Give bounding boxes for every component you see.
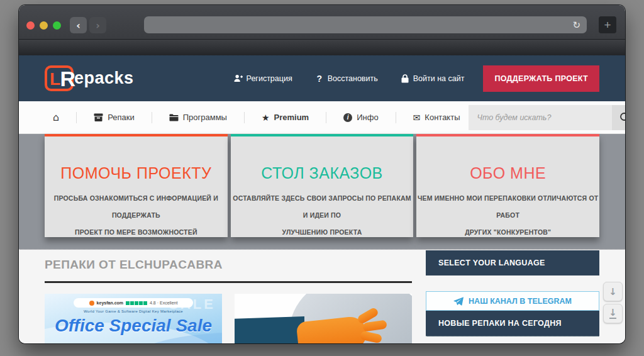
language-selector-header[interactable]: SELECT YOUR LANGUAGE <box>426 250 599 275</box>
hero-card-description: ЧЕМ ИМЕННО МОИ ПЕРЕПАКОВКИ ОТЛИЧАЮТСЯ ОТ… <box>416 190 599 241</box>
home-icon: ⌂ <box>53 111 59 123</box>
search-icon <box>619 112 626 123</box>
browser-titlebar: ‹ › ↻ + <box>19 5 625 39</box>
repack-thumbnails: SALE keysfan.com 4.8 · Excellent World Y… <box>45 294 412 343</box>
hero-card-title: ПОМОЧЬ ПРОЕКТУ <box>45 164 228 182</box>
hero-card-line1: ЧЕМ ИМЕННО МОИ ПЕРЕПАКОВКИ ОТЛИЧАЮТСЯ ОТ… <box>418 194 599 219</box>
title-underline <box>45 281 412 283</box>
forward-icon: › <box>96 19 100 31</box>
main-nav: ⌂ Репаки Программы ★ Premium <box>19 101 625 134</box>
question-icon: ? <box>315 74 324 84</box>
nav-separator <box>396 112 396 123</box>
window-controls <box>26 17 61 33</box>
nav-programs-label: Программы <box>183 113 227 122</box>
rating-value: 4.8 · Excellent <box>150 301 177 305</box>
keysfan-title: Office Special Sale <box>45 316 222 336</box>
search-box <box>469 105 626 130</box>
keysfan-brand: keysfan.com <box>97 301 123 305</box>
logo-mark-icon: L R <box>45 65 74 91</box>
lock-icon <box>401 74 409 83</box>
hero-card-description: ПРОСЬБА ОЗНАКОМИТЬСЯ С ИНФОРМАЦИЕЙ И ПОД… <box>45 190 228 241</box>
nav-repacks[interactable]: Репаки <box>86 113 143 122</box>
telegram-link-label: НАШ КАНАЛ В TELEGRAM <box>469 297 572 306</box>
new-tab-button[interactable]: + <box>599 16 616 33</box>
main-nav-items: ⌂ Репаки Программы ★ Premium <box>45 111 469 123</box>
login-link[interactable]: Войти на сайт <box>401 74 465 83</box>
nav-contacts[interactable]: ✉ Контакты <box>405 113 469 123</box>
hero-card-title: ОБО МНЕ <box>416 164 599 182</box>
logo-letter-l: L <box>50 70 60 88</box>
nav-separator <box>152 112 152 123</box>
nav-premium[interactable]: ★ Premium <box>253 113 317 123</box>
hero-card-help-project[interactable]: ПОМОЧЬ ПРОЕКТУ ПРОСЬБА ОЗНАКОМИТЬСЯ С ИН… <box>45 134 228 237</box>
browser-window: ‹ › ↻ + L R epacks Регистрация <box>19 5 625 343</box>
minimize-window-button[interactable] <box>40 21 48 30</box>
register-link[interactable]: Регистрация <box>234 74 292 83</box>
page-content: РЕПАКИ ОТ ELCHUPACABRA SALE keysfan.com … <box>19 250 625 343</box>
info-icon: i <box>343 113 352 122</box>
nav-separator <box>326 112 326 123</box>
hero-card-description: ОСТАВЛЯЙТЕ ЗДЕСЬ СВОИ ЗАПРОСЫ ПО РЕПАКАМ… <box>231 190 414 241</box>
archive-icon <box>94 113 103 121</box>
browser-forward-button[interactable]: › <box>89 17 106 33</box>
nav-contacts-label: Контакты <box>425 113 460 122</box>
hero-card-about-me[interactable]: ОБО МНЕ ЧЕМ ИМЕННО МОИ ПЕРЕПАКОВКИ ОТЛИЧ… <box>416 134 599 237</box>
sidebar: SELECT YOUR LANGUAGE НАШ КАНАЛ В TELEGRA… <box>426 250 599 343</box>
thumbnail-keysfan-banner[interactable]: SALE keysfan.com 4.8 · Excellent World Y… <box>45 294 222 343</box>
nav-info[interactable]: i Инфо <box>335 113 386 122</box>
rating-stars-icon <box>126 301 147 305</box>
envelope-icon: ✉ <box>413 113 421 123</box>
telegram-channel-link[interactable]: НАШ КАНАЛ В TELEGRAM <box>426 291 599 311</box>
plus-icon: + <box>604 18 611 32</box>
nav-premium-label: Premium <box>274 113 309 122</box>
zoom-window-button[interactable] <box>53 21 61 30</box>
logo-letter-r: R <box>60 69 75 89</box>
hero-card-line2: ПРОЕКТ ПО МЕРЕ ВОЗМОЖНОСТЕЙ <box>75 228 197 236</box>
support-project-button[interactable]: ПОДДЕРЖАТЬ ПРОЕКТ <box>483 65 599 92</box>
register-label: Регистрация <box>247 74 292 83</box>
new-repacks-header: НОВЫЕ РЕПАКИ НА СЕГОДНЯ <box>426 311 599 337</box>
restore-label: Восстановить <box>328 74 378 83</box>
keysfan-rating-pill: keysfan.com 4.8 · Excellent <box>74 298 193 308</box>
site-header: L R epacks Регистрация ? Восстановить Во… <box>19 55 625 101</box>
keysfan-logo-icon <box>89 301 94 306</box>
main-column: РЕПАКИ ОТ ELCHUPACABRA SALE keysfan.com … <box>45 250 412 343</box>
nav-separator <box>244 112 245 123</box>
page-title: РЕПАКИ ОТ ELCHUPACABRA <box>45 258 412 272</box>
back-icon: ‹ <box>76 19 80 31</box>
hero-card-line2: ДРУГИХ "КОНКУРЕНТОВ" <box>465 228 551 236</box>
hero-card-title: СТОЛ ЗАКАЗОВ <box>231 164 414 182</box>
account-nav: Регистрация ? Восстановить Войти на сайт <box>234 74 465 84</box>
scroll-buttons: ↓ ↓ <box>603 282 623 323</box>
arrow-down-icon: ↓ <box>609 287 617 296</box>
search-input[interactable] <box>469 105 612 130</box>
hero-band: ПОМОЧЬ ПРОЕКТУ ПРОСЬБА ОЗНАКОМИТЬСЯ С ИН… <box>19 134 625 250</box>
reload-icon[interactable]: ↻ <box>572 19 580 31</box>
hero-card-line1: ПРОСЬБА ОЗНАКОМИТЬСЯ С ИНФОРМАЦИЕЙ И ПОД… <box>54 194 218 219</box>
close-window-button[interactable] <box>26 21 35 30</box>
restore-link[interactable]: ? Восстановить <box>315 74 378 84</box>
nav-programs[interactable]: Программы <box>161 113 235 122</box>
star-icon: ★ <box>262 113 270 123</box>
arrow-underline <box>609 318 616 319</box>
folder-icon <box>169 114 179 121</box>
scroll-down-button[interactable]: ↓ <box>603 282 623 301</box>
browser-back-button[interactable]: ‹ <box>70 17 87 33</box>
hero-card-line1: ОСТАВЛЯЙТЕ ЗДЕСЬ СВОИ ЗАПРОСЫ ПО РЕПАКАМ… <box>233 194 411 219</box>
arrow-down-to-line-icon: ↓ <box>609 308 617 317</box>
sleeve-shape <box>235 316 304 343</box>
site-logo[interactable]: L R epacks <box>45 65 134 91</box>
tab-strip <box>19 39 625 55</box>
thumbnail-illustration[interactable] <box>235 294 412 343</box>
logo-text: epacks <box>74 69 134 88</box>
hero-card-orders[interactable]: СТОЛ ЗАКАЗОВ ОСТАВЛЯЙТЕ ЗДЕСЬ СВОИ ЗАПРО… <box>231 134 414 237</box>
login-label: Войти на сайт <box>413 74 465 83</box>
nav-info-label: Инфо <box>357 113 378 122</box>
nav-separator <box>76 112 77 123</box>
address-bar[interactable]: ↻ <box>144 16 587 33</box>
user-plus-icon <box>234 74 243 82</box>
keysfan-tagline: World Your Game & Software Digital Key M… <box>45 309 222 313</box>
nav-home[interactable]: ⌂ <box>45 111 67 123</box>
scroll-to-bottom-button[interactable]: ↓ <box>603 304 623 323</box>
search-button[interactable] <box>612 105 626 130</box>
